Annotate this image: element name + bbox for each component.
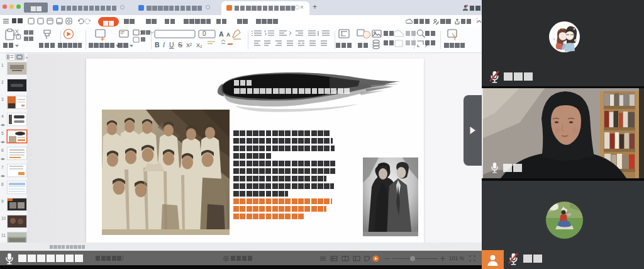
svg-text:X²: X² [186, 42, 192, 49]
svg-text:A: A [219, 30, 224, 38]
svg-text:S: S [178, 41, 182, 49]
svg-text:X₂: X₂ [196, 42, 203, 49]
svg-text:A: A [226, 31, 230, 38]
svg-text:0: 0 [203, 30, 206, 37]
svg-text:B: B [155, 41, 160, 49]
svg-text:U: U [169, 41, 174, 49]
svg-text:I: I [163, 41, 165, 49]
